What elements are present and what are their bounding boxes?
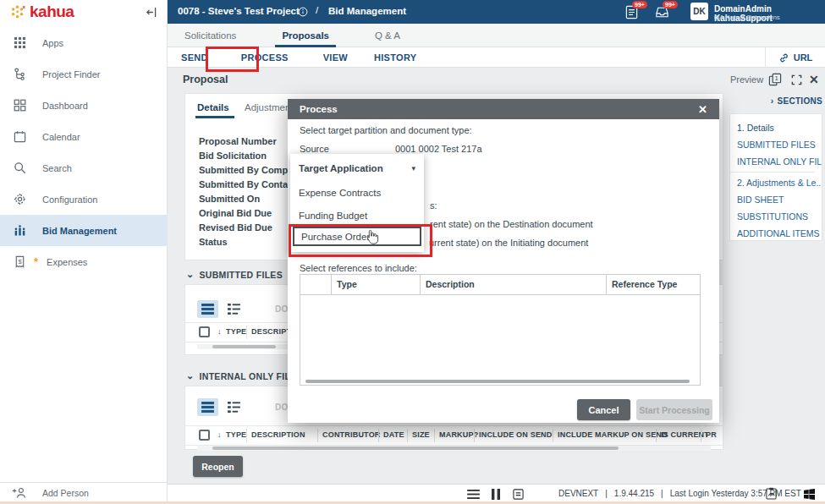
column-header[interactable]: INCLUDE ON SEND xyxy=(479,430,553,439)
sections-panel: 1. Details SUBMITTED FILES INTERNAL ONLY… xyxy=(729,113,822,241)
link-icon xyxy=(778,52,789,63)
modal-intro: Select target partition and document typ… xyxy=(300,125,472,135)
column-header[interactable]: MARKUP? xyxy=(439,430,478,439)
sections-header: SECTIONS xyxy=(777,96,822,106)
close-preview-icon[interactable]: ✕ xyxy=(809,73,819,86)
h-scrollbar-thumb[interactable] xyxy=(212,345,276,348)
clipboard-image-icon[interactable] xyxy=(766,487,777,500)
details-tab-underline xyxy=(195,116,234,118)
history-button[interactable]: HISTORY xyxy=(374,52,416,63)
bid-management-icon xyxy=(12,224,27,237)
reopen-button[interactable]: Reopen xyxy=(193,456,243,477)
h-scrollbar-thumb[interactable] xyxy=(212,446,619,450)
dropdown-option-purchase-orders[interactable]: Purchase Orders xyxy=(293,227,421,246)
section-link-bid-sheet[interactable]: BID SHEET xyxy=(737,191,822,208)
sections-toggle[interactable]: › SECTIONS xyxy=(729,96,822,106)
section-link-adjustments[interactable]: 2. Adjustments & Le... xyxy=(737,174,822,191)
sidebar-item-bid-management[interactable]: Bid Management xyxy=(0,215,168,246)
tab-proposals[interactable]: Proposals xyxy=(275,24,336,47)
sidebar-item-expenses[interactable]: $ * Expenses xyxy=(0,246,168,277)
close-icon[interactable]: ✕ xyxy=(698,103,707,116)
dropdown-label: Target Application xyxy=(290,163,383,173)
column-header[interactable]: SIZE xyxy=(412,430,430,439)
notes-icon[interactable] xyxy=(513,489,524,500)
kahua-wordmark: kahua xyxy=(30,3,74,21)
windows-logo-icon[interactable] xyxy=(804,489,815,500)
sidebar-item-calendar[interactable]: Calendar xyxy=(0,121,168,152)
sidebar-item-dashboard[interactable]: Dashboard xyxy=(0,90,168,121)
select-all-checkbox[interactable] xyxy=(199,326,210,337)
column-header[interactable]: Reference Type xyxy=(612,279,677,289)
column-header[interactable]: Type xyxy=(337,279,357,289)
section-link-internal-files[interactable]: INTERNAL ONLY FIL... xyxy=(737,153,822,170)
column-header[interactable]: TYPE xyxy=(226,327,246,336)
list-view-icon[interactable] xyxy=(223,398,245,416)
breadcrumb-app: Bid Management xyxy=(328,6,406,16)
section-link-submitted-files[interactable]: SUBMITTED FILES xyxy=(737,136,822,153)
sidebar-item-project-finder[interactable]: Project Finder xyxy=(0,58,168,90)
grid-view-icon[interactable] xyxy=(197,300,218,318)
internal-files-header[interactable]: ⌄ INTERNAL ONLY FILES xyxy=(186,370,303,381)
start-processing-button[interactable]: Start Processing xyxy=(636,399,712,420)
column-header[interactable]: DESCRIPTION xyxy=(251,430,305,439)
section-link-additional-items[interactable]: ADDITIONAL ITEMS xyxy=(737,225,822,242)
url-button[interactable]: URL xyxy=(765,47,825,68)
h-scrollbar-thumb[interactable] xyxy=(305,380,690,383)
divider xyxy=(730,172,815,173)
expand-icon[interactable] xyxy=(791,74,802,85)
copy-badge: 1 xyxy=(775,75,778,81)
kahua-logo: x kahua xyxy=(10,3,74,21)
section-link-details[interactable]: 1. Details xyxy=(737,119,822,136)
last-login-label: Last Login Yesterday 3:57 PM EST xyxy=(670,489,801,498)
env-label: DEVNEXT xyxy=(558,489,598,498)
column-header[interactable]: CONTRIBUTOR xyxy=(322,430,381,439)
preview-label[interactable]: Preview xyxy=(730,74,763,85)
tab-solicitations[interactable]: Solicitations xyxy=(178,24,243,47)
action-toolbar: SEND PROCESS VIEW HISTORY URL xyxy=(168,47,825,68)
column-header[interactable]: INCLUDE MARKUP ON SEND xyxy=(558,430,668,439)
sort-icon[interactable]: ↓ xyxy=(217,327,222,336)
menu-icon[interactable] xyxy=(467,490,480,499)
column-header[interactable]: PR xyxy=(706,430,717,439)
list-view-icon[interactable] xyxy=(223,300,245,318)
column-header[interactable]: IS CURRENT xyxy=(661,430,709,439)
sidebar-item-configuration[interactable]: Configuration xyxy=(0,184,168,215)
select-all-checkbox[interactable] xyxy=(199,430,210,441)
pause-icon[interactable] xyxy=(492,489,500,500)
page-title: Proposal xyxy=(183,74,228,85)
cancel-button[interactable]: Cancel xyxy=(577,399,630,420)
references-table: Type Description Reference Type xyxy=(300,274,701,386)
dropdown-field[interactable]: Target Application ▾ xyxy=(290,159,424,178)
dropdown-option-funding-budget[interactable]: Funding Budget xyxy=(290,207,432,224)
separator: | xyxy=(661,489,663,498)
sidebar-item-apps[interactable]: Apps xyxy=(0,27,168,58)
column-header[interactable]: DATE xyxy=(383,430,404,439)
tab-details[interactable]: Details xyxy=(197,102,229,112)
breadcrumb-project[interactable]: 0078 - Steve's Test Project xyxy=(178,6,300,16)
column-header[interactable]: Description xyxy=(426,279,475,289)
source-label: Source xyxy=(300,144,329,154)
send-button[interactable]: SEND xyxy=(181,52,208,63)
kahua-app-window: x kahua Apps Project Finder Dashboard Ca… xyxy=(0,0,825,504)
sidebar-item-search[interactable]: Search xyxy=(0,152,168,184)
sort-icon[interactable]: ↓ xyxy=(217,430,222,439)
occluded-text-3: urrent state) on the Initiating document xyxy=(429,238,588,248)
view-button[interactable]: VIEW xyxy=(323,52,348,63)
dropdown-option-expense-contracts[interactable]: Expense Contracts xyxy=(290,184,432,201)
section-link-substitutions[interactable]: SUBSTITUTIONS xyxy=(737,208,822,225)
info-icon[interactable] xyxy=(298,7,308,17)
avatar[interactable]: DK xyxy=(690,3,708,20)
submitted-files-label: SUBMITTED FILES xyxy=(200,270,283,280)
tab-qa[interactable]: Q & A xyxy=(368,24,407,47)
add-person-row[interactable]: Add Person xyxy=(0,482,167,502)
copy-page-icon[interactable]: 1 xyxy=(768,73,782,86)
version-label: 1.9.44.215 xyxy=(614,489,654,498)
grid-view-icon[interactable] xyxy=(197,398,218,416)
process-button[interactable]: PROCESS xyxy=(241,52,289,63)
column-header[interactable]: TYPE xyxy=(226,430,246,439)
sidebar-item-label: Search xyxy=(42,163,72,173)
collapse-sidebar-icon[interactable] xyxy=(145,7,157,18)
status-bar: DEVNEXT | 1.9.44.215 | Last Login Yester… xyxy=(168,484,825,502)
apps-grid-icon xyxy=(12,36,27,49)
submitted-files-header[interactable]: ⌄ SUBMITTED FILES xyxy=(186,269,283,280)
